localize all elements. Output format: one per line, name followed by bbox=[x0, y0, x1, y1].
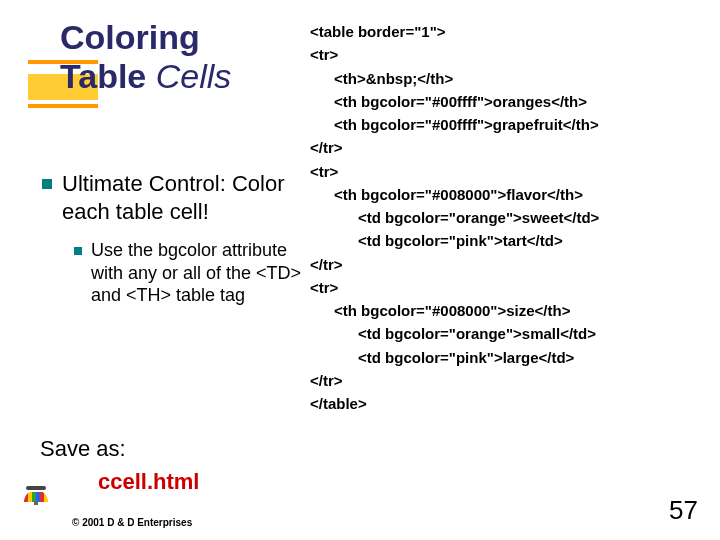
code-line: <td bgcolor="orange">small</td> bbox=[310, 322, 710, 345]
slide-title: Coloring Table Cells bbox=[60, 18, 231, 96]
code-line: <tr> bbox=[310, 160, 710, 183]
code-line: </tr> bbox=[310, 253, 710, 276]
page-number: 57 bbox=[669, 495, 698, 526]
code-line: <th bgcolor="#008000">size</th> bbox=[310, 299, 710, 322]
slide: Coloring Table Cells Ultimate Control: C… bbox=[0, 0, 720, 540]
code-line: </table> bbox=[310, 392, 710, 415]
title-line2a: Table bbox=[60, 57, 156, 95]
title-line1: Coloring bbox=[60, 18, 200, 56]
save-as-block: Save as: ccell.html bbox=[40, 435, 199, 496]
copyright-text: © 2001 D & D Enterprises bbox=[72, 517, 192, 528]
code-line: <tr> bbox=[310, 276, 710, 299]
bullet-square-icon bbox=[42, 179, 52, 189]
code-line: <th bgcolor="#00ffff">grapefruit</th> bbox=[310, 113, 710, 136]
code-line: <tr> bbox=[310, 43, 710, 66]
code-sample: <table border="1"> <tr> <th>&nbsp;</th> … bbox=[310, 20, 710, 415]
code-line: <table border="1"> bbox=[310, 20, 710, 43]
save-label: Save as: bbox=[40, 436, 126, 461]
title-line2b: Cells bbox=[156, 57, 232, 95]
bullet-l1-text: Ultimate Control: Color each table cell! bbox=[62, 170, 302, 225]
bullet-level1: Ultimate Control: Color each table cell! bbox=[42, 170, 302, 225]
code-line: <td bgcolor="orange">sweet</td> bbox=[310, 206, 710, 229]
save-filename: ccell.html bbox=[98, 468, 199, 497]
bullet-square-icon bbox=[74, 247, 82, 255]
bullet-l2-text: Use the bgcolor attribute with any or al… bbox=[91, 239, 302, 307]
code-line: <td bgcolor="pink">large</td> bbox=[310, 346, 710, 369]
body-text-left: Ultimate Control: Color each table cell!… bbox=[42, 170, 302, 307]
code-line: <td bgcolor="pink">tart</td> bbox=[310, 229, 710, 252]
beanie-logo-icon bbox=[14, 490, 58, 528]
bullet-level2: Use the bgcolor attribute with any or al… bbox=[74, 239, 302, 307]
code-line: </tr> bbox=[310, 369, 710, 392]
code-line: <th>&nbsp;</th> bbox=[310, 67, 710, 90]
code-line: </tr> bbox=[310, 136, 710, 159]
code-line: <th bgcolor="#008000">flavor</th> bbox=[310, 183, 710, 206]
code-line: <th bgcolor="#00ffff">oranges</th> bbox=[310, 90, 710, 113]
